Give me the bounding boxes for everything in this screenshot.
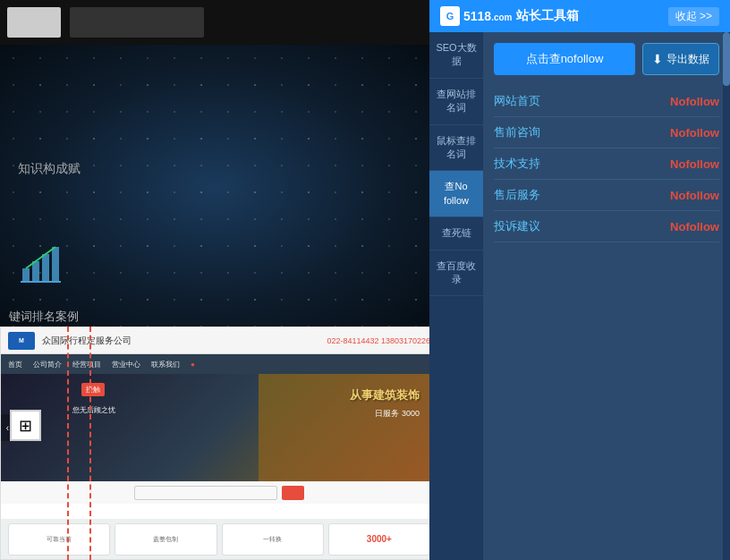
website-preview: M 众国际行程定服务公司 022-84114432 13803170226 首页… [0,327,438,560]
nav-label-dead-link: 查死链 [442,227,471,238]
logo-domain: 5118.com [463,9,513,23]
sidebar-panel: G 5118.com 站长工具箱 收起 >> SEO大数据 查网站排名词 鼠标查… [429,0,730,560]
nav-item-nofollow[interactable]: 查No follow [429,171,483,217]
nofollow-badge-3: Nofollow [670,189,719,202]
bg-chart-area [18,242,63,289]
panel-title: 站长工具箱 [516,8,579,24]
preview-banner-text: 从事建筑装饰 [350,387,420,403]
chart-bar-icon [18,242,63,286]
nav-item-dead-link[interactable]: 查死链 [429,217,483,250]
nofollow-badge-0: Nofollow [670,95,719,108]
dashed-line-right [89,327,91,560]
bg-title-box [70,7,204,38]
nav-item-rank-check[interactable]: 查网站排名词 [429,79,483,125]
result-item-3: 售后服务 Nofollow [494,180,719,211]
nav-item-mouse-rank[interactable]: 鼠标查排名词 [429,125,483,172]
svg-rect-1 [32,261,39,282]
preview-overlay-badge: 接触 [81,383,105,396]
nofollow-badge-1: Nofollow [670,126,719,140]
preview-nav-about: 公司简介 [33,360,62,369]
nav-item-baidu[interactable]: 查百度收录 [429,250,483,297]
nav-label-rank: 查网站排名词 [437,89,476,113]
nav-label-nofollow: 查No follow [444,181,469,205]
bottom-card-2-label: 盖整包制 [153,535,178,544]
nav-label-baidu: 查百度收录 [437,260,476,284]
scrollbar[interactable] [723,32,730,560]
collapse-button[interactable]: 收起 >> [668,7,719,26]
result-link-3[interactable]: 售后服务 [494,187,540,203]
result-list: 网站首页 Nofollow 售前咨询 Nofollow 技术支持 Nofollo… [494,86,719,242]
preview-search-box [134,486,277,500]
panel-logo: G 5118.com 站长工具箱 [440,6,579,26]
right-content: 点击查nofollow ⬇ 导出数据 网站首页 Nofollow 售前咨询 No… [483,32,730,560]
bottom-card-2: 盖整包制 [115,523,216,556]
preview-nav-home: 首页 [8,360,22,369]
preview-phone: 022-84114432 13803170226 [327,336,430,345]
preview-company-name: 众国际行程定服务公司 [42,335,132,347]
check-nofollow-button[interactable]: 点击查nofollow [494,43,635,75]
result-link-4[interactable]: 投诉建议 [494,218,540,234]
bottom-card-1: 可靠当前 [8,523,110,556]
dashed-line-left [67,327,69,560]
bottom-card-4-num: 3000+ [367,534,392,544]
result-link-2[interactable]: 技术支持 [494,156,540,172]
download-icon: ⬇ [652,52,663,66]
bg-line1: 知识构成赋 [18,161,81,177]
nofollow-badge-4: Nofollow [670,220,719,233]
bottom-card-3: 一转换 [222,523,324,556]
nav-label-mouse: 鼠标查排名词 [437,135,476,159]
export-button[interactable]: ⬇ 导出数据 [642,43,719,75]
result-item-2: 技术支持 Nofollow [494,148,719,180]
result-link-1[interactable]: 售前咨询 [494,124,540,140]
svg-rect-3 [52,247,59,282]
preview-nav-business: 经营项目 [72,360,101,369]
nav-item-seo-data[interactable]: SEO大数据 [429,32,483,79]
logo-icon: G [440,6,460,26]
nav-label-seo: SEO大数据 [436,42,476,66]
panel-body: SEO大数据 查网站排名词 鼠标查排名词 查No follow 查死链 查百度收… [429,32,730,560]
bg-logo-box [7,7,61,38]
preview-nav-contact: 联系我们 [151,360,180,369]
result-item-1: 售前咨询 Nofollow [494,117,719,148]
result-item-0: 网站首页 Nofollow [494,86,719,117]
left-nav: SEO大数据 查网站排名词 鼠标查排名词 查No follow 查死链 查百度收… [429,32,483,560]
bottom-card-4: 3000+ [328,523,430,556]
preview-qr-code: ⊞ [10,410,41,441]
preview-banner-sub: 日服务 3000 [375,408,420,420]
scrollbar-thumb[interactable] [723,32,730,86]
bg-keywords-label: 键词排名案例 [9,309,79,325]
bg-top-bar [0,0,429,45]
preview-nav-center: 营业中心 [112,360,140,369]
preview-slogan: 您无后顾之忧 [72,405,115,415]
svg-rect-2 [42,254,49,282]
result-item-4: 投诉建议 Nofollow [494,211,719,242]
bg-particles: 知识构成赋 键词排名案例 [0,45,429,331]
panel-header: G 5118.com 站长工具箱 收起 >> [429,0,730,32]
svg-rect-0 [22,268,30,282]
export-label: 导出数据 [666,52,709,67]
button-row: 点击查nofollow ⬇ 导出数据 [494,43,719,75]
preview-nav-active: ● [191,361,195,369]
preview-search-button[interactable] [282,486,304,500]
result-link-0[interactable]: 网站首页 [494,93,540,109]
nofollow-badge-2: Nofollow [670,157,719,171]
bg-text-area: 知识构成赋 [18,161,81,184]
bottom-card-3-label: 一转换 [263,535,282,544]
preview-logo: M [8,332,35,350]
